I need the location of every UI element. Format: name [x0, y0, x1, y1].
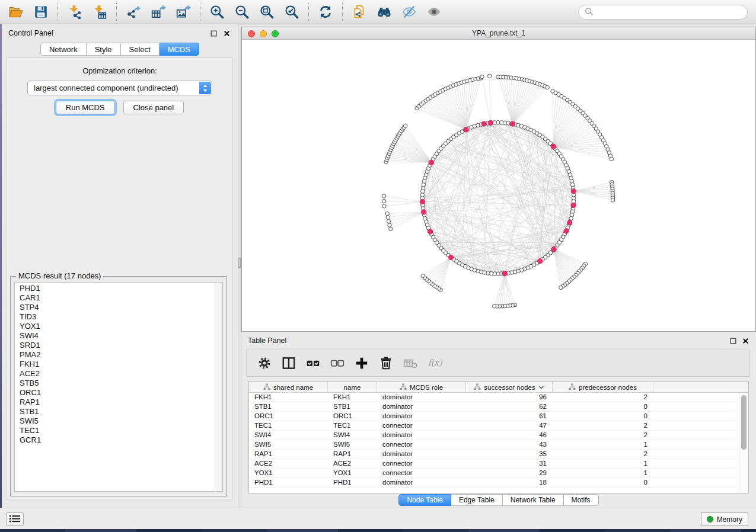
cell-predecessor-nodes[interactable]: 0: [553, 412, 653, 421]
cell-shared-name[interactable]: SWI4: [249, 431, 328, 440]
cell-MCDS-role[interactable]: dominator: [377, 393, 466, 402]
export-network-icon[interactable]: [123, 2, 143, 21]
tab-network[interactable]: Network: [40, 43, 87, 56]
table-row[interactable]: ACE2ACE2connector311: [249, 459, 739, 469]
mcds-list-scrollbar[interactable]: [215, 283, 222, 491]
mcds-result-item[interactable]: ACE2: [15, 369, 214, 379]
cell-shared-name[interactable]: ACE2: [249, 459, 328, 469]
mcds-result-item[interactable]: TID3: [15, 312, 214, 322]
cell-name[interactable]: FKH1: [328, 393, 377, 402]
cell-MCDS-role[interactable]: connector: [377, 469, 466, 478]
panel-list-button[interactable]: [6, 512, 24, 526]
memory-button[interactable]: Memory: [701, 512, 748, 526]
mcds-result-item[interactable]: STB5: [15, 379, 214, 388]
save-session-icon[interactable]: [31, 2, 51, 21]
mcds-result-item[interactable]: CAR1: [15, 293, 214, 303]
cell-name[interactable]: SWI4: [328, 431, 377, 440]
close-table-panel-icon[interactable]: [741, 336, 749, 345]
cell-successor-nodes[interactable]: 31: [466, 459, 553, 469]
cell-shared-name[interactable]: PHD1: [249, 478, 328, 488]
mcds-result-item[interactable]: GCR1: [15, 435, 214, 445]
tab-select[interactable]: Select: [121, 43, 160, 56]
mcds-result-item[interactable]: RAP1: [15, 398, 214, 407]
cell-successor-nodes[interactable]: 47: [466, 421, 553, 431]
float-panel-icon[interactable]: [209, 29, 218, 37]
cell-MCDS-role[interactable]: dominator: [377, 402, 466, 412]
export-table-icon[interactable]: [148, 2, 168, 21]
cell-predecessor-nodes[interactable]: 2: [553, 431, 653, 440]
close-panel-icon[interactable]: [222, 29, 231, 37]
cell-name[interactable]: RAP1: [328, 450, 377, 459]
show-all-icon[interactable]: [424, 2, 444, 21]
cell-MCDS-role[interactable]: connector: [377, 459, 466, 469]
criterion-dropdown[interactable]: largest connected component (undirected): [27, 81, 212, 95]
table-row[interactable]: ORC1ORC1dominator610: [249, 412, 739, 421]
mcds-result-item[interactable]: SWI4: [15, 331, 214, 341]
search-network-icon[interactable]: [374, 2, 394, 21]
cell-predecessor-nodes[interactable]: 2: [553, 421, 653, 431]
cell-name[interactable]: PHD1: [328, 478, 377, 488]
tab-network-table[interactable]: Network Table: [503, 494, 564, 506]
tab-style[interactable]: Style: [87, 43, 121, 56]
cell-predecessor-nodes[interactable]: 1: [553, 469, 653, 478]
search-input[interactable]: [596, 7, 747, 18]
cell-name[interactable]: TEC1: [328, 421, 377, 431]
table-row[interactable]: STB1STB1dominator620: [249, 402, 739, 412]
cell-name[interactable]: YOX1: [328, 469, 377, 478]
cell-predecessor-nodes[interactable]: 1: [553, 440, 653, 450]
mcds-result-item[interactable]: STB1: [15, 407, 214, 416]
cell-successor-nodes[interactable]: 18: [466, 478, 553, 488]
cell-successor-nodes[interactable]: 96: [466, 393, 553, 402]
table-row[interactable]: SWI5SWI5connector431: [249, 440, 739, 450]
cell-name[interactable]: STB1: [328, 402, 377, 412]
cell-successor-nodes[interactable]: 29: [466, 469, 553, 478]
mcds-result-item[interactable]: STP4: [15, 303, 214, 312]
open-file-icon[interactable]: [6, 2, 26, 21]
zoom-in-icon[interactable]: [207, 2, 227, 21]
cell-predecessor-nodes[interactable]: 2: [553, 393, 653, 402]
mcds-result-item[interactable]: SRD1: [15, 341, 214, 350]
run-mcds-button[interactable]: Run MCDS: [56, 101, 115, 114]
cell-name[interactable]: SWI5: [328, 440, 377, 450]
cell-MCDS-role[interactable]: dominator: [377, 450, 466, 459]
cell-shared-name[interactable]: SWI5: [249, 440, 328, 450]
tab-edge-table[interactable]: Edge Table: [451, 494, 503, 506]
cell-successor-nodes[interactable]: 43: [466, 440, 553, 450]
export-image-icon[interactable]: [173, 2, 193, 21]
column-header-MCDS-role[interactable]: MCDS role: [377, 382, 466, 393]
cell-predecessor-nodes[interactable]: 0: [553, 402, 653, 412]
deselect-all-icon[interactable]: [329, 355, 346, 371]
zoom-selected-icon[interactable]: [282, 2, 302, 21]
import-network-icon[interactable]: [65, 2, 85, 21]
gear-icon[interactable]: [256, 355, 273, 371]
table-row[interactable]: RAP1RAP1dominator352: [249, 450, 739, 459]
zoom-fit-icon[interactable]: [257, 2, 277, 21]
mcds-result-item[interactable]: FKH1: [15, 360, 214, 369]
cell-MCDS-role[interactable]: dominator: [377, 478, 466, 488]
table-row[interactable]: PHD1PHD1dominator180: [249, 478, 739, 488]
cell-MCDS-role[interactable]: connector: [377, 421, 466, 431]
cell-shared-name[interactable]: RAP1: [249, 450, 328, 459]
splitter-grip[interactable]: [238, 258, 241, 268]
mcds-result-item[interactable]: SWI5: [15, 416, 214, 426]
cell-predecessor-nodes[interactable]: 0: [553, 478, 653, 488]
tab-motifs[interactable]: Motifs: [564, 494, 599, 506]
tab-mcds[interactable]: MCDS: [160, 43, 199, 56]
cell-shared-name[interactable]: STB1: [249, 402, 328, 412]
search-box[interactable]: [578, 5, 748, 20]
cell-name[interactable]: ORC1: [328, 412, 377, 421]
split-panel-icon[interactable]: [280, 355, 297, 371]
import-table-icon[interactable]: [90, 2, 110, 21]
mcds-result-item[interactable]: YOX1: [15, 322, 214, 331]
refresh-icon[interactable]: [315, 2, 336, 21]
mcds-result-item[interactable]: PHD1: [15, 284, 214, 293]
cell-shared-name[interactable]: TEC1: [249, 421, 328, 431]
cell-shared-name[interactable]: FKH1: [249, 393, 328, 402]
cell-name[interactable]: ACE2: [328, 459, 377, 469]
cell-successor-nodes[interactable]: 62: [466, 402, 553, 412]
column-header-successor-nodes[interactable]: successor nodes: [466, 382, 553, 393]
table-scrollbar-thumb[interactable]: [741, 395, 747, 450]
column-header-name[interactable]: name: [328, 382, 377, 393]
cell-successor-nodes[interactable]: 61: [466, 412, 553, 421]
float-table-panel-icon[interactable]: [729, 336, 737, 345]
